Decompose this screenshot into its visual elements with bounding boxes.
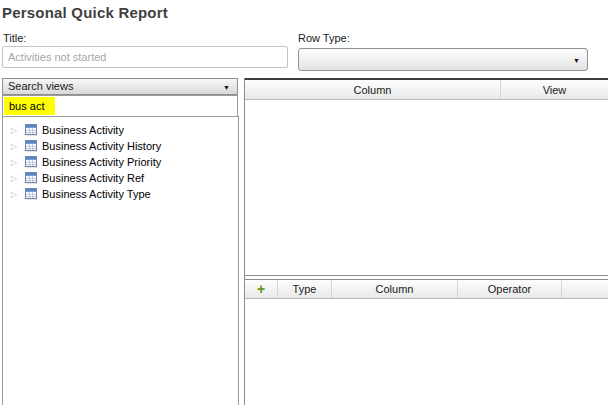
report-definition-panel: Column View + Type Column Operator (244, 78, 608, 405)
personal-quick-report-window: Personal Quick Report Title: Row Type: ▼… (0, 0, 608, 405)
tree-item-label: Business Activity Priority (42, 156, 161, 168)
criteria-table-header-column[interactable]: Column (332, 280, 458, 298)
search-views-label: Search views (8, 80, 73, 92)
criteria-table-header-operator[interactable]: Operator (458, 280, 562, 298)
criteria-table-body (245, 299, 608, 405)
expand-arrow-icon[interactable]: ▷ (11, 126, 24, 135)
row-type-dropdown[interactable]: ▼ (298, 48, 588, 71)
chevron-down-icon: ▼ (573, 56, 580, 63)
table-icon (24, 124, 38, 136)
row-type-label: Row Type: (298, 32, 350, 44)
title-input[interactable] (2, 46, 288, 68)
title-label: Title: (3, 32, 26, 44)
table-icon (24, 156, 38, 168)
criteria-table-header-empty (562, 280, 608, 298)
tree-item-label: Business Activity Type (42, 188, 151, 200)
table-icon (24, 140, 38, 152)
tree-item-business-activity[interactable]: ▷ Business Activity (3, 122, 238, 138)
tree-item-label: Business Activity History (42, 140, 161, 152)
add-criteria-button[interactable]: + (245, 280, 278, 298)
columns-table-header-column[interactable]: Column (245, 80, 501, 99)
tree-item-business-activity-priority[interactable]: ▷ Business Activity Priority (3, 154, 238, 170)
expand-arrow-icon[interactable]: ▷ (11, 190, 24, 199)
criteria-table-header: + Type Column Operator (245, 280, 608, 299)
views-search-input[interactable]: bus act (2, 95, 238, 117)
expand-arrow-icon[interactable]: ▷ (11, 158, 24, 167)
columns-table-body (245, 100, 608, 275)
tree-item-business-activity-history[interactable]: ▷ Business Activity History (3, 138, 238, 154)
table-icon (24, 188, 38, 200)
page-title: Personal Quick Report (2, 4, 168, 21)
tree-item-business-activity-type[interactable]: ▷ Business Activity Type (3, 186, 238, 202)
expand-arrow-icon[interactable]: ▷ (11, 142, 24, 151)
tree-item-label: Business Activity (42, 124, 124, 136)
columns-table-header-view[interactable]: View (501, 80, 608, 99)
plus-icon: + (257, 282, 265, 296)
criteria-table-header-type[interactable]: Type (278, 280, 332, 298)
expand-arrow-icon[interactable]: ▷ (11, 174, 24, 183)
chevron-down-icon: ▼ (223, 83, 230, 90)
tree-item-label: Business Activity Ref (42, 172, 144, 184)
table-icon (24, 172, 38, 184)
search-text-highlighted: bus act (4, 97, 55, 115)
search-views-dropdown[interactable]: Search views ▼ (2, 78, 238, 95)
columns-table-header: Column View (245, 78, 608, 100)
views-tree: ▷ Business Activity ▷ Business Activity … (2, 116, 239, 405)
tree-item-business-activity-ref[interactable]: ▷ Business Activity Ref (3, 170, 238, 186)
